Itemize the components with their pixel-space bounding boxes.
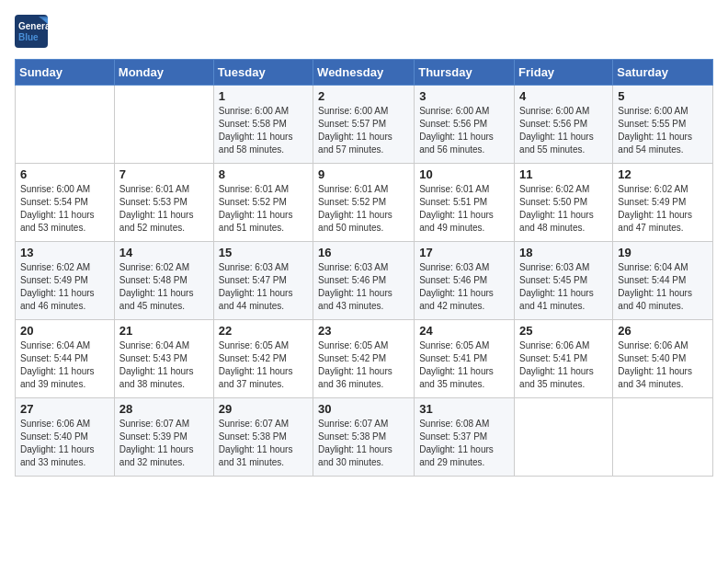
day-info: Sunrise: 6:00 AM Sunset: 5:55 PM Dayligh… [618,105,708,156]
calendar-cell: 20Sunrise: 6:04 AM Sunset: 5:44 PM Dayli… [16,320,115,398]
header: General Blue [15,15,713,52]
day-info: Sunrise: 6:07 AM Sunset: 5:39 PM Dayligh… [119,418,209,469]
day-info: Sunrise: 6:01 AM Sunset: 5:52 PM Dayligh… [219,183,308,235]
calendar-cell: 19Sunrise: 6:04 AM Sunset: 5:44 PM Dayli… [613,242,713,320]
week-row-4: 20Sunrise: 6:04 AM Sunset: 5:44 PM Dayli… [16,320,713,398]
day-header-monday: Monday [114,60,213,86]
calendar-cell: 8Sunrise: 6:01 AM Sunset: 5:52 PM Daylig… [213,164,313,242]
day-header-saturday: Saturday [613,60,713,86]
day-info: Sunrise: 6:05 AM Sunset: 5:42 PM Dayligh… [318,339,409,391]
day-info: Sunrise: 6:04 AM Sunset: 5:44 PM Dayligh… [20,339,109,391]
day-number: 3 [419,89,509,103]
day-number: 10 [419,167,509,181]
day-number: 30 [318,402,409,416]
day-number: 27 [20,402,109,416]
day-header-sunday: Sunday [16,60,115,86]
week-row-3: 13Sunrise: 6:02 AM Sunset: 5:49 PM Dayli… [16,242,713,320]
day-info: Sunrise: 6:02 AM Sunset: 5:49 PM Dayligh… [618,183,708,235]
logo-icon: General Blue [15,15,48,48]
day-number: 18 [519,246,608,259]
calendar-body: 1Sunrise: 6:00 AM Sunset: 5:58 PM Daylig… [16,86,713,477]
calendar-cell: 1Sunrise: 6:00 AM Sunset: 5:58 PM Daylig… [213,86,313,164]
day-number: 5 [618,89,708,103]
day-number: 26 [618,324,708,338]
calendar-cell: 10Sunrise: 6:01 AM Sunset: 5:51 PM Dayli… [415,164,515,242]
calendar-cell: 3Sunrise: 6:00 AM Sunset: 5:56 PM Daylig… [415,86,515,164]
day-info: Sunrise: 6:00 AM Sunset: 5:56 PM Dayligh… [419,105,509,156]
svg-text:Blue: Blue [18,32,39,42]
day-info: Sunrise: 6:00 AM Sunset: 5:54 PM Dayligh… [20,183,109,235]
day-info: Sunrise: 6:05 AM Sunset: 5:42 PM Dayligh… [219,339,308,391]
day-info: Sunrise: 6:00 AM Sunset: 5:57 PM Dayligh… [318,105,409,156]
calendar-cell [16,86,115,164]
day-info: Sunrise: 6:03 AM Sunset: 5:45 PM Dayligh… [519,261,608,313]
day-header-friday: Friday [515,60,613,86]
header-row: SundayMondayTuesdayWednesdayThursdayFrid… [16,60,713,86]
calendar-cell: 30Sunrise: 6:07 AM Sunset: 5:38 PM Dayli… [313,398,415,477]
day-number: 7 [119,167,209,181]
day-number: 11 [519,167,608,181]
day-header-thursday: Thursday [415,60,515,86]
day-number: 21 [119,324,209,338]
day-number: 31 [419,402,509,416]
calendar-cell: 9Sunrise: 6:01 AM Sunset: 5:52 PM Daylig… [313,164,415,242]
calendar-cell [515,398,613,477]
day-number: 6 [20,167,109,181]
calendar-cell: 4Sunrise: 6:00 AM Sunset: 5:56 PM Daylig… [515,86,613,164]
day-number: 4 [519,89,608,103]
day-number: 22 [219,324,308,338]
day-info: Sunrise: 6:07 AM Sunset: 5:38 PM Dayligh… [219,418,308,469]
calendar-cell: 24Sunrise: 6:05 AM Sunset: 5:41 PM Dayli… [415,320,515,398]
calendar-header: SundayMondayTuesdayWednesdayThursdayFrid… [16,60,713,86]
week-row-1: 1Sunrise: 6:00 AM Sunset: 5:58 PM Daylig… [16,86,713,164]
day-info: Sunrise: 6:01 AM Sunset: 5:53 PM Dayligh… [119,183,209,235]
day-number: 24 [419,324,509,338]
day-info: Sunrise: 6:03 AM Sunset: 5:47 PM Dayligh… [219,261,308,313]
calendar-cell: 6Sunrise: 6:00 AM Sunset: 5:54 PM Daylig… [16,164,115,242]
calendar-cell: 12Sunrise: 6:02 AM Sunset: 5:49 PM Dayli… [613,164,713,242]
day-info: Sunrise: 6:06 AM Sunset: 5:40 PM Dayligh… [618,339,708,391]
logo: General Blue [15,15,51,52]
calendar-table: SundayMondayTuesdayWednesdayThursdayFrid… [15,59,713,477]
day-number: 13 [20,246,109,259]
calendar-cell: 21Sunrise: 6:04 AM Sunset: 5:43 PM Dayli… [114,320,213,398]
day-info: Sunrise: 6:02 AM Sunset: 5:49 PM Dayligh… [20,261,109,313]
calendar-cell: 29Sunrise: 6:07 AM Sunset: 5:38 PM Dayli… [213,398,313,477]
day-number: 1 [219,89,308,103]
calendar-cell: 25Sunrise: 6:06 AM Sunset: 5:41 PM Dayli… [515,320,613,398]
day-info: Sunrise: 6:00 AM Sunset: 5:58 PM Dayligh… [219,105,308,156]
week-row-5: 27Sunrise: 6:06 AM Sunset: 5:40 PM Dayli… [16,398,713,477]
calendar-cell: 22Sunrise: 6:05 AM Sunset: 5:42 PM Dayli… [213,320,313,398]
day-info: Sunrise: 6:05 AM Sunset: 5:41 PM Dayligh… [419,339,509,391]
day-info: Sunrise: 6:01 AM Sunset: 5:52 PM Dayligh… [318,183,409,235]
day-number: 14 [119,246,209,259]
calendar-cell: 23Sunrise: 6:05 AM Sunset: 5:42 PM Dayli… [313,320,415,398]
day-info: Sunrise: 6:06 AM Sunset: 5:40 PM Dayligh… [20,418,109,469]
day-info: Sunrise: 6:04 AM Sunset: 5:43 PM Dayligh… [119,339,209,391]
day-info: Sunrise: 6:06 AM Sunset: 5:41 PM Dayligh… [519,339,608,391]
day-info: Sunrise: 6:01 AM Sunset: 5:51 PM Dayligh… [419,183,509,235]
calendar-cell: 17Sunrise: 6:03 AM Sunset: 5:46 PM Dayli… [415,242,515,320]
day-info: Sunrise: 6:02 AM Sunset: 5:48 PM Dayligh… [119,261,209,313]
calendar-cell: 11Sunrise: 6:02 AM Sunset: 5:50 PM Dayli… [515,164,613,242]
calendar-cell: 5Sunrise: 6:00 AM Sunset: 5:55 PM Daylig… [613,86,713,164]
day-number: 20 [20,324,109,338]
day-info: Sunrise: 6:03 AM Sunset: 5:46 PM Dayligh… [318,261,409,313]
calendar-cell [613,398,713,477]
calendar-cell: 16Sunrise: 6:03 AM Sunset: 5:46 PM Dayli… [313,242,415,320]
day-number: 29 [219,402,308,416]
day-number: 9 [318,167,409,181]
calendar-cell: 27Sunrise: 6:06 AM Sunset: 5:40 PM Dayli… [16,398,115,477]
day-info: Sunrise: 6:07 AM Sunset: 5:38 PM Dayligh… [318,418,409,469]
day-number: 23 [318,324,409,338]
calendar-cell: 26Sunrise: 6:06 AM Sunset: 5:40 PM Dayli… [613,320,713,398]
calendar-cell: 15Sunrise: 6:03 AM Sunset: 5:47 PM Dayli… [213,242,313,320]
day-number: 25 [519,324,608,338]
day-number: 16 [318,246,409,259]
svg-text:General: General [18,21,48,31]
day-number: 17 [419,246,509,259]
day-number: 15 [219,246,308,259]
calendar-cell: 14Sunrise: 6:02 AM Sunset: 5:48 PM Dayli… [114,242,213,320]
day-info: Sunrise: 6:02 AM Sunset: 5:50 PM Dayligh… [519,183,608,235]
day-number: 28 [119,402,209,416]
